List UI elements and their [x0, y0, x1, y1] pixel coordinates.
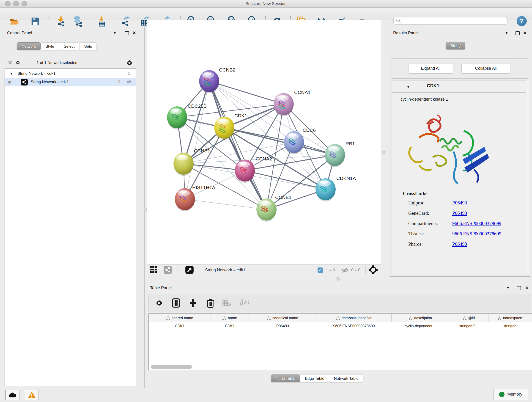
network-edge[interactable]: [245, 171, 326, 189]
network-selected-status: 1 of 1 Network selected: [37, 61, 77, 65]
results-panel-collapse-icon[interactable]: ▼: [505, 31, 508, 35]
network-collection-row[interactable]: ▼ String Network – cdk1 1: [5, 70, 136, 78]
results-scrollbar-track[interactable]: [526, 80, 529, 274]
network-edge[interactable]: [209, 81, 284, 104]
tab-select[interactable]: Select: [59, 42, 79, 50]
table-cell: 9606.ENSP00000378699: [317, 322, 392, 330]
crosslink-link[interactable]: P06493: [452, 241, 467, 247]
control-panel-title: Control Panel: [7, 31, 32, 36]
network-options-gear-icon[interactable]: [126, 59, 133, 67]
network-node-CDK1[interactable]: [214, 117, 234, 140]
tree-expander-icon[interactable]: ▼: [10, 72, 13, 75]
column-header-namespace[interactable]: namespace: [488, 314, 531, 322]
network-node-CCNB1[interactable]: [173, 153, 194, 176]
tab-string[interactable]: String: [446, 42, 465, 50]
node-label: CDC6: [303, 128, 316, 133]
column-type-icon: [463, 316, 467, 320]
column-header-name[interactable]: name: [211, 314, 249, 322]
network-node-RB1[interactable]: [325, 144, 345, 167]
network-node-HIST1H1A[interactable]: [175, 188, 195, 211]
tab-style[interactable]: Style: [41, 42, 59, 50]
clear-table-button[interactable]: [222, 300, 231, 307]
crosslink-label: Pharos:: [408, 241, 452, 247]
main-toolbar: ?: [0, 7, 532, 20]
table-panel-float-icon[interactable]: [517, 286, 521, 290]
table-options-button[interactable]: [155, 299, 163, 308]
network-node-CCNE1[interactable]: [256, 198, 277, 222]
expand-all-button[interactable]: Expand All: [408, 63, 453, 74]
network-edge[interactable]: [209, 81, 266, 210]
crosslink-row: Tissues:9606.ENSP00000378699: [408, 231, 523, 237]
control-panel-collapse-icon[interactable]: ▼: [113, 31, 116, 35]
network-row[interactable]: String Network – cdk1 11 48: [5, 78, 136, 86]
window-close-button[interactable]: [5, 1, 11, 6]
network-edge[interactable]: [185, 199, 266, 210]
control-panel-close-icon[interactable]: ✕: [133, 30, 136, 36]
network-type-button[interactable]: [163, 265, 172, 275]
hidden-count: 0 – 0: [351, 268, 360, 273]
column-header-label: namespace: [503, 316, 522, 320]
cloud-status-button[interactable]: [5, 390, 19, 400]
window-zoom-button[interactable]: [22, 1, 27, 6]
column-header-canonical-name[interactable]: canonical name: [249, 314, 317, 322]
create-column-button[interactable]: [189, 298, 197, 308]
trash-icon: [206, 298, 214, 308]
network-node-CDC25B[interactable]: [167, 106, 187, 129]
results-panel-float-icon[interactable]: [515, 31, 520, 35]
table-panel-collapse-icon[interactable]: ▼: [506, 286, 510, 290]
expand-all-tree-button[interactable]: [15, 60, 21, 66]
table-panel-close-icon[interactable]: ✕: [525, 285, 529, 290]
column-header-description[interactable]: description: [392, 314, 449, 322]
table-cell: P06493: [249, 322, 317, 330]
tab-node-table[interactable]: Node Table: [271, 375, 300, 382]
collapse-all-button[interactable]: Collapse All: [462, 63, 510, 74]
table-hscrollbar-thumb[interactable]: [151, 365, 192, 369]
strip-separator: [338, 266, 338, 274]
detach-view-button[interactable]: [185, 265, 194, 275]
column-header-label: description: [414, 316, 432, 320]
control-panel-float-icon[interactable]: [125, 31, 129, 35]
column-header-database-identifier[interactable]: database identifier: [317, 314, 392, 322]
tab-network[interactable]: Network: [17, 42, 41, 50]
tab-sets[interactable]: Sets: [79, 42, 97, 50]
network-node-CCNB2[interactable]: [199, 70, 219, 93]
network-node-CDC6[interactable]: [284, 131, 304, 154]
crosslink-link[interactable]: P06493: [452, 211, 467, 216]
memory-button[interactable]: Memory: [493, 389, 528, 400]
birds-eye-view-button[interactable]: [149, 265, 158, 275]
table-row[interactable]: CDK1CDK1P064939606.ENSP00000378699cyclin…: [149, 322, 532, 330]
network-share-icon: [21, 78, 28, 86]
protein-description: cyclin-dependent kinase 1: [400, 97, 448, 102]
network-edge[interactable]: [185, 81, 209, 199]
tab-network-table[interactable]: Network Table: [329, 375, 363, 382]
bottom-splitter-handle[interactable]: [336, 277, 340, 281]
show-columns-button[interactable]: [172, 298, 180, 308]
function-builder-button[interactable]: f(x): [240, 298, 249, 306]
network-canvas[interactable]: CCNB2CCNA1CDC25BCDK1CDC6RB1CCNB1CCNA2CDK…: [147, 20, 381, 265]
column-header-shared-name[interactable]: shared name: [149, 314, 211, 322]
window-minimize-button[interactable]: [13, 1, 19, 6]
left-splitter-handle[interactable]: [144, 208, 147, 211]
crosslink-link[interactable]: 9606.ENSP00000378699: [452, 231, 501, 237]
network-node-CCNA2[interactable]: [235, 160, 255, 183]
results-panel-close-icon[interactable]: ✕: [523, 30, 527, 36]
fit-content-button[interactable]: [368, 265, 378, 275]
delete-column-button[interactable]: [206, 298, 214, 309]
table-toolbar: f(x): [148, 294, 531, 312]
card-expander-icon[interactable]: ▼: [407, 85, 410, 89]
collapse-all-tree-button[interactable]: [7, 60, 13, 66]
crosslink-link[interactable]: P06493: [452, 200, 467, 206]
network-node-CCNA1[interactable]: [273, 93, 294, 116]
crosslinks-heading: CrossLinks: [403, 191, 427, 196]
hidden-eye-icon: [341, 267, 349, 274]
right-splitter-handle[interactable]: [382, 151, 385, 154]
selected-checkbox-icon[interactable]: ✓: [317, 268, 323, 273]
warnings-button[interactable]: [25, 390, 39, 400]
column-header-@id[interactable]: @id: [449, 314, 488, 322]
tab-edge-table[interactable]: Edge Table: [300, 375, 329, 382]
expand-collapse-bar: Expand All Collapse All: [392, 58, 528, 79]
crosslink-link[interactable]: 9606.ENSP00000378699: [452, 221, 501, 226]
network-node-CDKN1A[interactable]: [316, 178, 336, 201]
column-type-icon: [336, 316, 340, 320]
share-gray-icon: [163, 265, 172, 274]
